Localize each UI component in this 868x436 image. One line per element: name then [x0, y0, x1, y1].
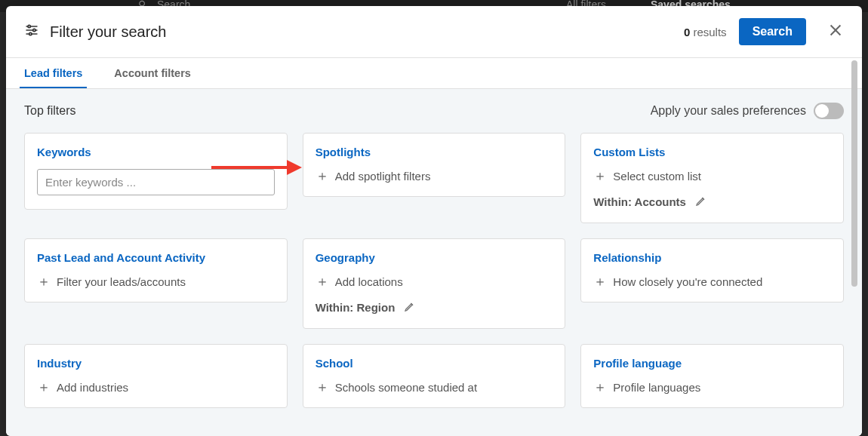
keywords-input[interactable] [37, 169, 275, 195]
action-label: Profile languages [613, 381, 700, 394]
action-label: Select custom list [613, 170, 701, 183]
card-title-school: School [315, 357, 553, 370]
results-label: results [693, 26, 726, 38]
tab-lead-filters[interactable]: Lead filters [20, 58, 87, 88]
card-school: School ＋Schools someone studied at [303, 344, 566, 408]
modal-body: Top filters Apply your sales preferences… [6, 89, 862, 436]
card-past-activity: Past Lead and Account Activity ＋Filter y… [24, 238, 288, 302]
pencil-icon[interactable] [404, 300, 416, 315]
action-label: Filter your leads/accounts [57, 275, 186, 288]
card-title-custom-lists: Custom Lists [593, 146, 831, 158]
modal-title: Filter your search [50, 23, 167, 41]
plus-icon: ＋ [593, 169, 607, 183]
card-relationship: Relationship ＋How closely you're connect… [580, 238, 844, 302]
plus-icon: ＋ [37, 380, 51, 394]
card-title-relationship: Relationship [593, 251, 831, 264]
tab-account-filters[interactable]: Account filters [109, 58, 195, 88]
filter-modal: Filter your search 0 results Search Lead… [6, 6, 862, 436]
plus-icon: ＋ [593, 380, 607, 394]
close-icon[interactable] [827, 22, 844, 41]
add-spotlights[interactable]: ＋Add spotlight filters [315, 169, 553, 183]
filter-grid: Keywords Spotlights ＋Add spotlight filte… [24, 133, 844, 408]
action-label: Add spotlight filters [335, 170, 431, 183]
card-title-past-activity: Past Lead and Account Activity [37, 251, 275, 264]
results-count: 0 [684, 26, 690, 38]
plus-icon: ＋ [37, 275, 51, 288]
card-profile-lang: Profile language ＋Profile languages [580, 344, 844, 408]
pencil-icon[interactable] [695, 195, 707, 209]
add-industries[interactable]: ＋Add industries [37, 380, 275, 394]
plus-icon: ＋ [593, 275, 607, 288]
search-button[interactable]: Search [739, 18, 806, 45]
prefs-toggle[interactable] [814, 103, 844, 119]
action-label: Schools someone studied at [335, 381, 477, 394]
tabs: Lead filters Account filters [6, 58, 862, 89]
action-label: Add locations [335, 275, 403, 288]
svg-point-3 [33, 29, 35, 31]
card-title-keywords: Keywords [37, 146, 275, 158]
card-title-spotlights: Spotlights [315, 146, 553, 158]
filter-leads-accounts[interactable]: ＋Filter your leads/accounts [37, 275, 275, 288]
action-label: How closely you're connected [613, 275, 762, 288]
how-connected[interactable]: ＋How closely you're connected [593, 275, 831, 288]
plus-icon: ＋ [315, 275, 329, 288]
card-spotlights: Spotlights ＋Add spotlight filters [303, 133, 566, 197]
card-industry: Industry ＋Add industries [24, 344, 288, 408]
add-schools[interactable]: ＋Schools someone studied at [315, 380, 553, 394]
section-title: Top filters [24, 104, 75, 118]
results-text: 0 results [684, 26, 727, 38]
svg-point-5 [29, 32, 32, 35]
geography-scope: Within: Region [315, 300, 553, 315]
card-title-profile-lang: Profile language [593, 357, 831, 370]
prefs-label: Apply your sales preferences [651, 104, 806, 118]
action-label: Add industries [57, 381, 128, 394]
modal-header: Filter your search 0 results Search [6, 6, 862, 58]
card-geography: Geography ＋Add locations Within: Region [303, 238, 566, 329]
custom-lists-scope: Within: Accounts [593, 195, 831, 209]
card-title-industry: Industry [37, 357, 275, 370]
filter-icon [24, 23, 39, 41]
scrollbar-thumb[interactable] [851, 60, 857, 287]
select-custom-list[interactable]: ＋Select custom list [593, 169, 831, 183]
plus-icon: ＋ [315, 169, 329, 183]
card-custom-lists: Custom Lists ＋Select custom list Within:… [580, 133, 844, 223]
plus-icon: ＋ [315, 380, 329, 394]
add-profile-langs[interactable]: ＋Profile languages [593, 380, 831, 394]
card-keywords: Keywords [24, 133, 288, 210]
card-title-geography: Geography [315, 251, 553, 264]
add-locations[interactable]: ＋Add locations [315, 275, 553, 288]
svg-point-1 [28, 25, 30, 27]
prefs-row: Top filters Apply your sales preferences [24, 103, 844, 119]
